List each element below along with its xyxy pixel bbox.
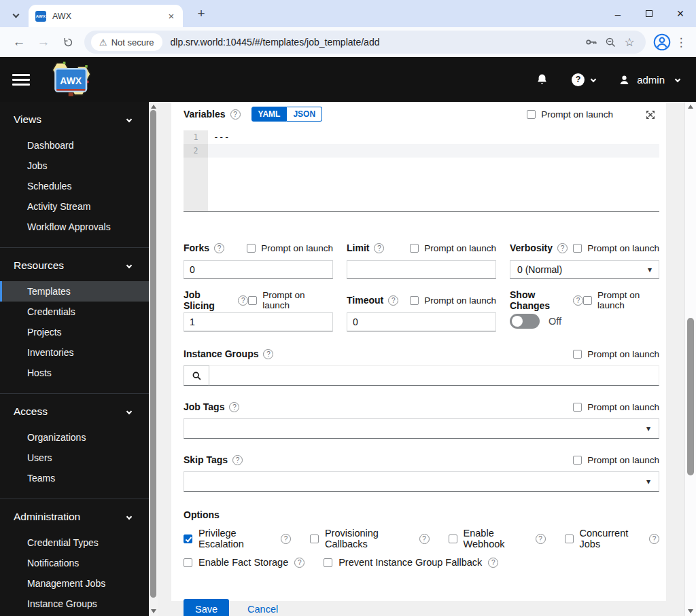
help-icon[interactable]: ?	[263, 349, 273, 359]
show-changes-prompt-on-launch[interactable]: Prompt on launch	[583, 290, 659, 310]
option-prevent-instance-group-fallback[interactable]: Prevent Instance Group Fallback ?	[324, 557, 498, 568]
sidebar-section-administration-header[interactable]: Administration	[0, 508, 149, 526]
job-tags-select[interactable]: ▾	[184, 418, 659, 439]
option-privilege-escalation[interactable]: Privilege Escalation ?	[184, 528, 291, 549]
sidebar-item-instance-groups[interactable]: Instance Groups	[0, 594, 149, 614]
sidebar-item-credentials[interactable]: Credentials	[0, 302, 149, 322]
help-icon[interactable]: ?	[419, 534, 430, 544]
yaml-toggle-button[interactable]: YAML	[251, 107, 288, 122]
forks-input[interactable]	[184, 260, 333, 279]
verbosity-select[interactable]: 0 (Normal) ▾	[510, 260, 659, 279]
verbosity-prompt-on-launch[interactable]: Prompt on launch	[573, 243, 659, 253]
scroll-down-arrow[interactable]	[688, 609, 693, 613]
address-bar[interactable]: ⚠ Not secure dlp.srv.world:10445/#/templ…	[84, 31, 646, 54]
sidebar-item-users[interactable]: Users	[0, 448, 149, 468]
sidebar-item-teams[interactable]: Teams	[0, 468, 149, 488]
instance-groups-search-button[interactable]	[184, 365, 209, 386]
help-icon[interactable]: ?	[281, 534, 291, 544]
sidebar-item-activity-stream[interactable]: Activity Stream	[0, 196, 149, 217]
sidebar-section-access-header[interactable]: Access	[0, 403, 149, 420]
minimize-button[interactable]: –	[602, 3, 633, 24]
save-button[interactable]: Save	[184, 599, 229, 616]
help-icon[interactable]: ?	[232, 455, 243, 465]
back-button[interactable]: ←	[9, 32, 29, 52]
timeout-input[interactable]	[347, 312, 496, 331]
profile-avatar-button[interactable]	[651, 31, 673, 53]
sidebar-scrollbar[interactable]	[149, 102, 158, 616]
sidebar-item-management-jobs[interactable]: Management Jobs	[0, 573, 149, 594]
maximize-button[interactable]	[633, 3, 665, 24]
sidebar-item-schedules[interactable]: Schedules	[0, 176, 149, 196]
scroll-up-arrow[interactable]	[151, 105, 156, 109]
help-icon[interactable]: ?	[230, 109, 241, 120]
variables-code-editor[interactable]: 1 --- 2	[184, 130, 659, 212]
sidebar-item-hosts[interactable]: Hosts	[0, 363, 149, 383]
option-concurrent-jobs[interactable]: Concurrent Jobs ?	[565, 528, 659, 549]
job-tags-prompt-on-launch[interactable]: Prompt on launch	[573, 402, 659, 412]
notifications-button[interactable]	[536, 73, 549, 86]
instance-groups-prompt-on-launch[interactable]: Prompt on launch	[573, 349, 659, 359]
browser-menu-button[interactable]: ⋮	[673, 35, 689, 50]
zoom-button[interactable]	[601, 33, 620, 52]
page-scrollbar[interactable]	[684, 102, 696, 616]
help-icon[interactable]: ?	[536, 534, 546, 544]
job-slicing-prompt-on-launch[interactable]: Prompt on launch	[248, 290, 333, 310]
browser-tab[interactable]: AWX AWX ×	[29, 5, 183, 27]
sidebar-item-projects[interactable]: Projects	[0, 322, 149, 342]
sidebar-item-organizations[interactable]: Organizations	[0, 427, 149, 448]
scroll-up-arrow[interactable]	[688, 105, 693, 109]
skip-tags-select[interactable]: ▾	[184, 471, 659, 492]
help-icon[interactable]: ?	[294, 558, 304, 568]
tab-close-icon[interactable]: ×	[165, 10, 177, 22]
awx-logo[interactable]: AWX	[44, 60, 101, 98]
forks-prompt-on-launch[interactable]: Prompt on launch	[247, 243, 333, 253]
sidebar-item-credential-types[interactable]: Credential Types	[0, 532, 149, 553]
option-provisioning-callbacks[interactable]: Provisioning Callbacks ?	[310, 528, 430, 549]
show-changes-toggle[interactable]	[510, 314, 540, 329]
instance-groups-input[interactable]	[209, 365, 659, 386]
timeout-prompt-on-launch[interactable]: Prompt on launch	[410, 295, 496, 306]
help-icon[interactable]: ?	[557, 243, 568, 253]
job-slicing-input[interactable]	[184, 312, 333, 331]
help-icon[interactable]: ?	[573, 295, 583, 306]
json-toggle-button[interactable]: JSON	[287, 107, 322, 122]
tab-search-button[interactable]	[8, 8, 23, 20]
password-key-button[interactable]	[582, 33, 601, 52]
sidebar-scrollbar-thumb[interactable]	[150, 110, 156, 598]
page-scrollbar-thumb[interactable]	[687, 318, 694, 475]
option-enable-webhook[interactable]: Enable Webhook ?	[449, 528, 546, 549]
expand-editor-button[interactable]	[646, 110, 655, 122]
variables-prompt-on-launch[interactable]: Prompt on launch	[527, 109, 613, 120]
new-tab-button[interactable]: +	[192, 5, 210, 22]
sidebar-item-workflow-approvals[interactable]: Workflow Approvals	[0, 217, 149, 237]
url-text[interactable]: dlp.srv.world:10445/#/templates/job_temp…	[171, 37, 582, 48]
sidebar-item-notifications[interactable]: Notifications	[0, 553, 149, 573]
cancel-button[interactable]: Cancel	[247, 604, 278, 615]
help-icon[interactable]: ?	[649, 534, 659, 544]
user-menu-button[interactable]: admin	[619, 74, 680, 86]
nav-toggle-button[interactable]	[12, 74, 30, 86]
skip-tags-prompt-on-launch[interactable]: Prompt on launch	[573, 455, 659, 465]
security-chip[interactable]: ⚠ Not secure	[91, 33, 162, 51]
sidebar-item-inventories[interactable]: Inventories	[0, 342, 149, 363]
help-icon[interactable]: ?	[388, 295, 398, 306]
limit-prompt-on-launch[interactable]: Prompt on launch	[410, 243, 496, 253]
help-icon[interactable]: ?	[214, 243, 224, 253]
sidebar-section-resources-header[interactable]: Resources	[0, 257, 149, 274]
sidebar-section-views-header[interactable]: Views	[0, 111, 149, 128]
sidebar-item-jobs[interactable]: Jobs	[0, 156, 149, 176]
window-close-button[interactable]: ×	[665, 3, 696, 24]
scroll-down-arrow[interactable]	[151, 609, 156, 613]
help-icon[interactable]: ?	[488, 558, 498, 568]
sidebar-item-dashboard[interactable]: Dashboard	[0, 135, 149, 156]
limit-input[interactable]	[347, 260, 496, 279]
help-icon[interactable]: ?	[374, 243, 384, 253]
reload-button[interactable]	[58, 32, 78, 52]
help-icon[interactable]: ?	[229, 402, 239, 412]
bookmark-star-button[interactable]: ☆	[620, 33, 639, 52]
sidebar-item-templates[interactable]: Templates	[0, 281, 149, 302]
forward-button[interactable]: →	[33, 32, 54, 52]
help-menu-button[interactable]: ?	[572, 73, 595, 86]
help-icon[interactable]: ?	[238, 295, 248, 306]
option-enable-fact-storage[interactable]: Enable Fact Storage ?	[184, 557, 304, 568]
